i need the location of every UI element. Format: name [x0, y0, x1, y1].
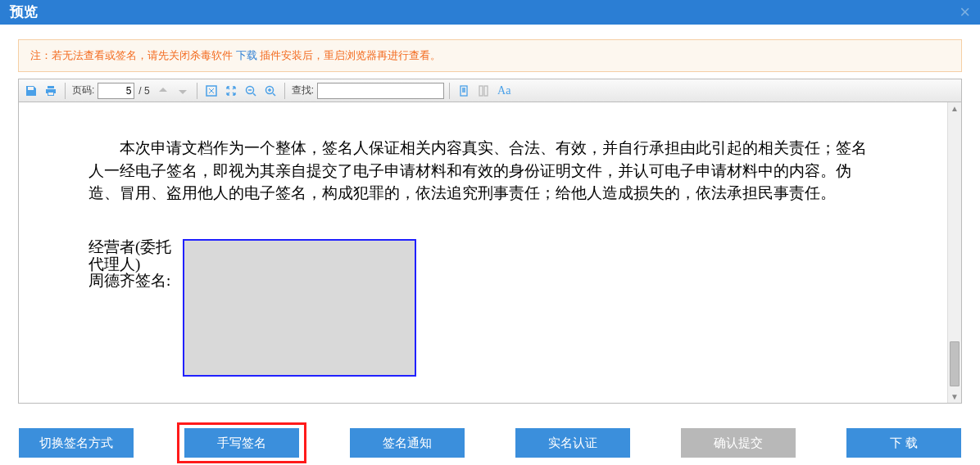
continuous-page-icon[interactable]: [474, 82, 492, 100]
download-plugin-link[interactable]: 下载: [236, 49, 257, 61]
separator: [197, 83, 197, 99]
separator: [65, 83, 66, 99]
print-icon[interactable]: [42, 82, 60, 100]
notice-prefix: 注：若无法查看或签名，请先关闭杀毒软件: [30, 49, 236, 61]
page-label: 页码:: [70, 84, 96, 97]
zoom-out-icon[interactable]: [242, 82, 260, 100]
page-total: / 5: [136, 85, 152, 97]
sign-notice-button[interactable]: 签名通知: [350, 428, 465, 458]
notice-bar: 注：若无法查看或签名，请先关闭杀毒软件 下载 插件安装后，重启浏览器再进行查看。: [18, 39, 962, 72]
modal-title: 预览: [10, 2, 38, 22]
separator: [449, 83, 450, 99]
prev-page-icon[interactable]: [154, 82, 172, 100]
scroll-up-icon[interactable]: ▲: [950, 102, 960, 115]
document-area: 本次申请文档作为一个整体，签名人保证相关内容真实、合法、有效，并自行承担由此引起…: [19, 102, 961, 403]
switch-sign-method-button[interactable]: 切换签名方式: [19, 428, 134, 458]
page-input[interactable]: [98, 83, 134, 99]
svg-rect-3: [461, 86, 467, 96]
signature-label: 经营者(委托 代理人) 周德齐签名:: [88, 239, 183, 291]
download-button[interactable]: 下 载: [846, 428, 961, 458]
vertical-scrollbar[interactable]: ▲ ▼: [947, 102, 961, 403]
footer-buttons: 切换签名方式 手写签名 签名通知 实名认证 确认提交 下 载: [0, 404, 980, 465]
single-page-icon[interactable]: [455, 82, 473, 100]
scroll-thumb[interactable]: [950, 341, 960, 386]
close-icon[interactable]: ×: [960, 2, 970, 22]
signature-block: 经营者(委托 代理人) 周德齐签名:: [88, 239, 878, 377]
document-paragraph: 本次申请文档作为一个整体，签名人保证相关内容真实、合法、有效，并自行承担由此引起…: [88, 137, 878, 205]
document-content: 本次申请文档作为一个整体，签名人保证相关内容真实、合法、有效，并自行承担由此引起…: [19, 102, 947, 403]
scroll-down-icon[interactable]: ▼: [950, 391, 960, 403]
save-icon[interactable]: [22, 82, 40, 100]
handwrite-sign-button[interactable]: 手写签名: [184, 428, 299, 458]
modal-header: 预览 ×: [0, 0, 980, 25]
handwrite-highlight: 手写签名: [177, 422, 306, 463]
fit-window-icon[interactable]: [202, 82, 220, 100]
viewer-toolbar: 页码: / 5 查找:: [19, 79, 961, 102]
svg-rect-4: [479, 86, 483, 96]
notice-suffix: 插件安装后，重启浏览器再进行查看。: [257, 49, 442, 61]
realname-auth-button[interactable]: 实名认证: [515, 428, 630, 458]
signature-box[interactable]: [183, 239, 416, 377]
actual-size-icon[interactable]: [222, 82, 240, 100]
search-input[interactable]: [317, 83, 444, 99]
document-viewer: 页码: / 5 查找:: [18, 79, 962, 404]
text-aa-icon[interactable]: Aa: [494, 84, 514, 97]
confirm-submit-button: 确认提交: [681, 428, 796, 458]
search-label: 查找:: [290, 84, 315, 97]
next-page-icon[interactable]: [174, 82, 192, 100]
separator: [284, 83, 285, 99]
svg-rect-5: [484, 86, 488, 96]
preview-modal: 预览 × 注：若无法查看或签名，请先关闭杀毒软件 下载 插件安装后，重启浏览器再…: [0, 0, 980, 465]
zoom-in-icon[interactable]: [261, 82, 279, 100]
